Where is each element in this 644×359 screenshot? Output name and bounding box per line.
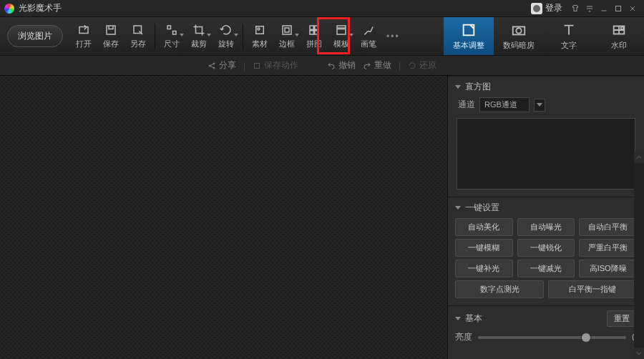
open-icon <box>77 24 90 36</box>
shirt-icon[interactable] <box>568 3 582 14</box>
save-button[interactable]: 保存 <box>97 24 125 49</box>
svg-rect-6 <box>283 26 291 34</box>
chevron-down-icon <box>537 103 542 107</box>
more-tools-button[interactable]: ••• <box>382 31 404 41</box>
whitebalance-onekey-button[interactable]: 白平衡一指键 <box>548 280 637 298</box>
rotate-icon <box>220 24 233 36</box>
text-icon <box>561 22 577 38</box>
svg-rect-9 <box>315 26 318 29</box>
save-icon <box>104 24 117 36</box>
close-button[interactable] <box>625 3 640 14</box>
login-label: 登录 <box>545 2 562 14</box>
histogram-section-toggle[interactable]: 直方图 <box>455 81 637 93</box>
frame-icon <box>280 24 293 36</box>
tab-darkroom[interactable]: 数码暗房 <box>494 17 544 55</box>
auto-beautify-button[interactable]: 自动美化 <box>455 218 513 236</box>
template-button[interactable]: 模板 <box>328 24 355 49</box>
caret-down-icon <box>455 317 461 320</box>
caret-down-icon <box>455 85 461 89</box>
scroll-down-icon[interactable] <box>634 348 644 359</box>
tab-watermark[interactable]: 水印 <box>594 17 644 55</box>
svg-rect-22 <box>255 63 260 68</box>
edit-tools-group: 尺寸 裁剪 旋转 <box>158 24 240 49</box>
auto-exposure-button[interactable]: 自动曝光 <box>517 218 575 236</box>
template-icon <box>335 24 348 36</box>
channel-dropdown-button[interactable] <box>534 99 545 112</box>
share-button[interactable]: 分享 <box>208 59 236 72</box>
frame-button[interactable]: 边框 <box>273 24 301 49</box>
onekey-dim-button[interactable]: 一键减光 <box>517 260 575 277</box>
onekey-filllight-button[interactable]: 一键补光 <box>455 260 513 277</box>
menu-dropdown-icon[interactable] <box>582 3 597 14</box>
browse-images-button[interactable]: 浏览图片 <box>7 25 63 47</box>
minimize-button[interactable] <box>597 3 611 14</box>
collage-icon <box>308 24 321 36</box>
maximize-button[interactable] <box>611 3 625 14</box>
onekey-blur-button[interactable]: 一键模糊 <box>455 239 513 257</box>
channel-label: 通道 <box>458 99 475 111</box>
svg-rect-8 <box>310 26 313 29</box>
login-button[interactable]: 登录 <box>531 2 562 14</box>
size-icon <box>165 24 178 36</box>
app-logo-icon <box>4 4 14 14</box>
brightness-label: 亮度 <box>455 331 472 343</box>
brightness-slider[interactable] <box>478 336 626 339</box>
scroll-up-icon[interactable] <box>634 152 644 163</box>
material-icon <box>253 24 266 36</box>
slider-thumb[interactable] <box>582 333 590 342</box>
file-tools-group: 打开 保存 另存 <box>70 24 152 49</box>
histogram-display <box>457 118 635 190</box>
svg-rect-2 <box>107 26 115 34</box>
basic-section-toggle[interactable]: 基本 重置 <box>455 310 637 327</box>
svg-rect-13 <box>337 29 346 34</box>
rotate-button[interactable]: 旋转 <box>213 24 240 49</box>
crop-button[interactable]: 裁剪 <box>185 24 213 49</box>
brush-button[interactable]: 画笔 <box>355 24 382 49</box>
spot-metering-button[interactable]: 数字点测光 <box>455 280 544 298</box>
chevron-down-icon <box>234 34 238 36</box>
caret-down-icon <box>455 206 461 210</box>
restore-button[interactable]: 还原 <box>408 59 436 72</box>
svg-rect-0 <box>616 6 621 11</box>
auto-whitebalance-button[interactable]: 自动白平衡 <box>579 218 637 236</box>
tab-basic-adjust[interactable]: 基本调整 <box>444 17 494 55</box>
undo-button[interactable]: 撤销 <box>327 59 356 72</box>
chevron-down-icon <box>207 34 211 36</box>
chevron-down-icon <box>295 34 299 36</box>
svg-rect-7 <box>285 28 289 32</box>
chevron-down-icon <box>180 34 184 36</box>
size-button[interactable]: 尺寸 <box>158 24 185 49</box>
onekey-section-toggle[interactable]: 一键设置 <box>455 202 637 214</box>
material-button[interactable]: 素材 <box>246 24 273 49</box>
user-icon <box>531 3 542 14</box>
svg-rect-12 <box>337 26 346 28</box>
brush-icon <box>362 24 375 36</box>
image-canvas[interactable] <box>0 76 448 359</box>
chevron-down-icon <box>349 34 353 36</box>
watermark-icon <box>611 22 627 38</box>
svg-rect-10 <box>310 30 313 34</box>
svg-point-5 <box>258 28 260 30</box>
panel-scrollbar[interactable] <box>634 152 644 359</box>
onekey-sharpen-button[interactable]: 一键锐化 <box>517 239 575 257</box>
crop-icon <box>192 24 205 36</box>
adjust-icon <box>461 22 477 38</box>
svg-point-18 <box>621 26 624 29</box>
tab-text[interactable]: 文字 <box>544 17 594 55</box>
svg-rect-11 <box>315 30 318 34</box>
save-as-icon <box>132 24 145 36</box>
high-iso-denoise-button[interactable]: 高ISO降噪 <box>579 260 637 277</box>
redo-button[interactable]: 重做 <box>363 59 391 72</box>
channel-select[interactable]: RGB通道 <box>479 97 530 112</box>
save-action-button[interactable]: 保存动作 <box>253 59 298 72</box>
strict-whitebalance-button[interactable]: 严重白平衡 <box>579 239 637 257</box>
save-as-button[interactable]: 另存 <box>125 24 152 49</box>
svg-point-16 <box>516 28 521 33</box>
decor-tools-group: 素材 边框 拼图 模板 画笔 ••• <box>246 24 404 49</box>
camera-icon <box>511 22 527 38</box>
open-button[interactable]: 打开 <box>70 24 97 49</box>
app-title: 光影魔术手 <box>19 2 62 14</box>
collage-button[interactable]: 拼图 <box>301 24 328 49</box>
adjust-panel: 直方图 通道 RGB通道 一键设置 自动美化 自动曝光 自动白平衡 <box>448 76 644 359</box>
reset-button[interactable]: 重置 <box>607 310 637 327</box>
